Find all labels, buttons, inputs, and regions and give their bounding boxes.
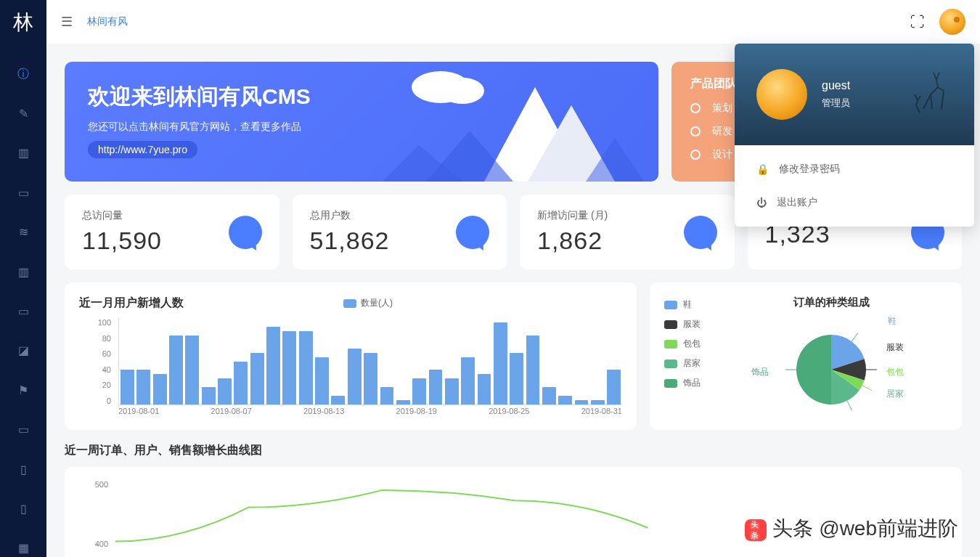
nav-flag-icon[interactable]: ⚑ <box>12 381 35 399</box>
svg-line-7 <box>852 333 858 341</box>
pie-label: 包包 <box>886 366 904 378</box>
stat-card: 总访问量11,590 <box>65 195 279 269</box>
bar-chart-legend: 数量(人) <box>343 297 393 309</box>
nav-open-book-icon[interactable]: ▭ <box>12 421 35 439</box>
sidebar: 林 ⓘ ✎ ▥ ▭ ≋ ▥ ▭ ◪ ⚑ ▭ ▯ ▯ ▦ <box>0 0 46 557</box>
logout-item[interactable]: ⏻ 退出账户 <box>735 186 974 219</box>
dropdown-header: guest 管理员 <box>735 44 974 145</box>
bubble-icon <box>456 216 489 249</box>
user-name: guest <box>822 79 850 92</box>
stat-label: 总用户数 <box>310 209 390 222</box>
stat-value: 1,862 <box>537 227 608 255</box>
topbar: ☰ 林间有风 ⛶ <box>46 0 980 44</box>
welcome-url[interactable]: http://www.7yue.pro <box>88 141 197 158</box>
watermark-text: 头条 @web前端进阶 <box>772 517 958 540</box>
mountains-illustration <box>383 65 644 182</box>
user-role: 管理员 <box>822 97 850 110</box>
svg-point-1 <box>441 78 484 104</box>
welcome-card: 欢迎来到林间有风CMS 您还可以点击林间有风官方网站，查看更多作品 http:/… <box>65 62 658 182</box>
change-password-item[interactable]: 🔒 修改登录密码 <box>735 153 974 186</box>
nav-chart-icon[interactable]: ▥ <box>12 145 35 162</box>
pie-label: 鞋 <box>888 315 897 328</box>
y-axis: 500400 <box>79 480 108 548</box>
nav-info-icon[interactable]: ⓘ <box>12 65 35 83</box>
nav-wallet-icon[interactable]: ◪ <box>12 342 35 359</box>
nav-book-icon[interactable]: ▭ <box>12 302 35 320</box>
nav-notebook2-icon[interactable]: ▯ <box>12 500 35 517</box>
nav-grid-icon[interactable]: ▦ <box>12 540 35 557</box>
breadcrumb[interactable]: 林间有风 <box>87 15 128 28</box>
pie-card: 鞋服装包包居家饰品 订单的种类组成 鞋 服装 包包 居家 饰品 <box>650 282 962 430</box>
bar-chart: 100806040200 2019-08-012019-08-072019-08… <box>79 318 622 420</box>
watermark: 头条 @web前端进阶 <box>745 515 958 542</box>
bullet-icon <box>690 150 701 160</box>
bullet-icon <box>690 103 701 113</box>
deer-silhouette-icon <box>902 65 960 123</box>
fullscreen-icon[interactable]: ⛶ <box>910 14 925 31</box>
legend-label: 数量(人) <box>361 297 393 309</box>
nav-bars-icon[interactable]: ▥ <box>12 263 35 280</box>
nav-doc-icon[interactable]: ▭ <box>12 184 35 201</box>
bubble-icon <box>229 216 262 249</box>
x-axis: 2019-08-012019-08-072019-08-132019-08-19… <box>118 407 622 420</box>
pie-label: 居家 <box>886 388 904 400</box>
team-role: 研发 <box>712 125 732 138</box>
stat-value: 11,590 <box>82 227 162 255</box>
svg-line-9 <box>862 386 872 391</box>
bullet-icon <box>690 126 701 137</box>
watermark-icon <box>745 519 767 541</box>
power-icon: ⏻ <box>756 197 767 208</box>
stat-value: 51,862 <box>310 227 390 255</box>
bar-plot <box>118 318 622 405</box>
line-chart-title: 近一周订单、用户、销售额增长曲线图 <box>65 443 962 458</box>
bar-chart-title: 近一月用户新增人数 <box>79 296 184 311</box>
pie-label: 饰品 <box>751 366 769 378</box>
avatar-large <box>756 69 807 120</box>
logo: 林 <box>13 9 33 36</box>
bar-chart-card: 近一月用户新增人数 数量(人) 100806040200 2019-08-012… <box>65 282 637 430</box>
svg-line-10 <box>847 401 852 410</box>
item-label: 修改登录密码 <box>779 163 840 176</box>
legend-swatch <box>343 299 356 308</box>
pie-chart-title: 订单的种类组成 <box>715 296 947 309</box>
pie-label: 服装 <box>886 341 904 354</box>
stat-label: 总访问量 <box>82 209 162 222</box>
nav-notebook-icon[interactable]: ▯ <box>12 460 35 478</box>
team-role: 设计 <box>712 148 732 161</box>
stat-label: 新增访问量 (月) <box>537 209 608 222</box>
pie-legend: 鞋服装包包居家饰品 <box>664 296 701 417</box>
menu-toggle-icon[interactable]: ☰ <box>61 14 73 30</box>
lock-icon: 🔒 <box>756 163 769 175</box>
stat-card: 新增访问量 (月)1,862 <box>520 195 735 269</box>
user-dropdown: guest 管理员 🔒 修改登录密码 ⏻ 退出账户 <box>735 44 974 227</box>
item-label: 退出账户 <box>777 196 817 209</box>
stat-card: 总用户数51,862 <box>293 195 507 269</box>
bubble-icon <box>684 216 717 249</box>
y-axis: 100806040200 <box>79 318 115 405</box>
line-chart: 500400 <box>65 467 962 557</box>
pie-chart: 鞋 服装 包包 居家 饰品 <box>773 315 889 417</box>
avatar[interactable] <box>939 9 965 35</box>
nav-edit-icon[interactable]: ✎ <box>12 105 35 122</box>
team-role: 策划 <box>712 102 732 115</box>
nav-stack-icon[interactable]: ≋ <box>12 224 35 241</box>
